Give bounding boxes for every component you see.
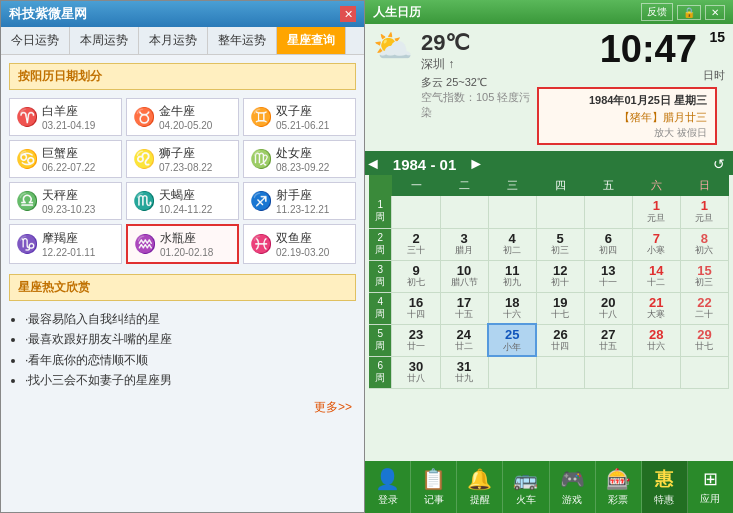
cal-day-14[interactable]: 14十二 (632, 260, 680, 292)
selected-date-box: 1984年01月25日 星期三 【猪年】腊月廿三 放大 祓假日 (537, 87, 717, 145)
cal-day-18[interactable]: 18十六 (488, 292, 536, 324)
col-sat: 六 (632, 175, 680, 196)
tab-zodiac[interactable]: 星座查询 (277, 27, 346, 54)
hot-item-1[interactable]: ·最容易陷入自我纠结的星 (25, 309, 352, 329)
cal-day-31[interactable]: 31廿九 (440, 356, 488, 388)
col-mon: 一 (392, 175, 440, 196)
cal-day-13[interactable]: 13十一 (584, 260, 632, 292)
cal-next-button[interactable]: ► (468, 155, 484, 173)
selected-date-line3: 放大 祓假日 (547, 125, 707, 140)
week-num: 4周 (369, 292, 392, 324)
zodiac-virgo[interactable]: ♍ 处女座 08.23-09.22 (243, 140, 356, 178)
right-close-button[interactable]: ✕ (705, 5, 725, 20)
remind-label: 提醒 (470, 493, 490, 507)
cal-day-12[interactable]: 12初十 (536, 260, 584, 292)
cal-day-30[interactable]: 30廿八 (392, 356, 440, 388)
cal-day-17[interactable]: 17十五 (440, 292, 488, 324)
cal-refresh-button[interactable]: ↺ (713, 156, 725, 172)
bottom-apps[interactable]: ⊞ 应用 (688, 461, 733, 513)
cal-day-26[interactable]: 26廿四 (536, 324, 584, 356)
hot-item-3[interactable]: ·看年底你的恋情顺不顺 (25, 350, 352, 370)
empty-cell (584, 196, 632, 228)
aries-date: 03.21-04.19 (42, 120, 95, 131)
more-link[interactable]: 更多>> (1, 395, 364, 420)
zodiac-scorpio[interactable]: ♏ 天蝎座 10.24-11.22 (126, 182, 239, 220)
bottom-games[interactable]: 🎮 游戏 (550, 461, 596, 513)
hot-item-4[interactable]: ·找小三会不如妻子的星座男 (25, 370, 352, 390)
cal-day-2[interactable]: 2三十 (392, 228, 440, 260)
cal-day-25[interactable]: 25小年 (488, 324, 536, 356)
lock-button[interactable]: 🔒 (677, 5, 701, 20)
cal-day-27[interactable]: 27廿五 (584, 324, 632, 356)
zodiac-aries[interactable]: ♈ 白羊座 03.21-04.19 (9, 98, 122, 136)
empty-cell (488, 356, 536, 388)
lottery-label: 彩票 (608, 493, 628, 507)
zodiac-capricorn[interactable]: ♑ 摩羯座 12.22-01.11 (9, 224, 122, 264)
cal-day-20[interactable]: 20十八 (584, 292, 632, 324)
feedback-button[interactable]: 反馈 (641, 3, 673, 21)
aries-symbol: ♈ (16, 106, 38, 128)
zodiac-taurus[interactable]: ♉ 金牛座 04.20-05.20 (126, 98, 239, 136)
weather-temp: 29℃ (421, 30, 537, 56)
games-label: 游戏 (562, 493, 582, 507)
cal-day-28[interactable]: 28廿六 (632, 324, 680, 356)
aquarius-symbol: ♒ (134, 233, 156, 255)
cal-day-29[interactable]: 29廿七 (680, 324, 728, 356)
weather-aqi: 空气指数：105 轻度污染 (421, 90, 537, 120)
cal-day-11[interactable]: 11初九 (488, 260, 536, 292)
day-number: 15 (709, 29, 725, 45)
gemini-name: 双子座 (276, 103, 329, 120)
tab-year[interactable]: 整年运势 (208, 27, 277, 54)
cal-prev-button[interactable]: ◄ (365, 155, 381, 173)
notes-icon: 📋 (421, 467, 446, 491)
cal-day-8[interactable]: 8初六 (680, 228, 728, 260)
zodiac-sagittarius[interactable]: ♐ 射手座 11.23-12.21 (243, 182, 356, 220)
bottom-remind[interactable]: 🔔 提醒 (457, 461, 503, 513)
tab-today[interactable]: 今日运势 (1, 27, 70, 54)
table-row: 5周 23廿一 24廿二 25小年 26廿四 27廿五 28廿六 29廿七 (369, 324, 729, 356)
cal-day-5[interactable]: 5初三 (536, 228, 584, 260)
cal-day-16[interactable]: 16十四 (392, 292, 440, 324)
cal-day-1sat[interactable]: 1元旦 (632, 196, 680, 228)
cal-day-23[interactable]: 23廿一 (392, 324, 440, 356)
hot-item-2[interactable]: ·最喜欢跟好朋友斗嘴的星座 (25, 329, 352, 349)
cal-day-4[interactable]: 4初二 (488, 228, 536, 260)
right-controls: 反馈 🔒 ✕ (641, 3, 725, 21)
cal-day-15[interactable]: 15初三 (680, 260, 728, 292)
cal-day-21[interactable]: 21大寒 (632, 292, 680, 324)
close-button[interactable]: ✕ (340, 6, 356, 22)
cal-day-19[interactable]: 19十七 (536, 292, 584, 324)
zodiac-gemini[interactable]: ♊ 双子座 05.21-06.21 (243, 98, 356, 136)
zodiac-pisces[interactable]: ♓ 双鱼座 02.19-03.20 (243, 224, 356, 264)
cal-day-6[interactable]: 6初四 (584, 228, 632, 260)
day-label: 日时 (537, 68, 725, 83)
selected-date-line2: 【猪年】腊月廿三 (547, 109, 707, 126)
tab-week[interactable]: 本周运势 (70, 27, 139, 54)
bottom-login[interactable]: 👤 登录 (365, 461, 411, 513)
cal-day-24[interactable]: 24廿二 (440, 324, 488, 356)
cal-day-22[interactable]: 22二十 (680, 292, 728, 324)
cal-day-7[interactable]: 7小寒 (632, 228, 680, 260)
zodiac-leo[interactable]: ♌ 狮子座 07.23-08.22 (126, 140, 239, 178)
bottom-bar: 👤 登录 📋 记事 🔔 提醒 🚌 火车 🎮 游戏 🎰 彩票 惠 特惠 ⊞ (365, 461, 733, 513)
scorpio-date: 10.24-11.22 (159, 204, 212, 215)
specials-label: 特惠 (654, 493, 674, 507)
tab-month[interactable]: 本月运势 (139, 27, 208, 54)
scorpio-symbol: ♏ (133, 190, 155, 212)
zodiac-libra[interactable]: ♎ 天秤座 09.23-10.23 (9, 182, 122, 220)
bottom-lottery[interactable]: 🎰 彩票 (596, 461, 642, 513)
col-wed: 三 (488, 175, 536, 196)
cal-day-3[interactable]: 3腊月 (440, 228, 488, 260)
col-fri: 五 (584, 175, 632, 196)
bottom-notes[interactable]: 📋 记事 (411, 461, 457, 513)
bottom-train[interactable]: 🚌 火车 (503, 461, 549, 513)
zodiac-aquarius[interactable]: ♒ 水瓶座 01.20-02.18 (126, 224, 239, 264)
cancer-name: 巨蟹座 (42, 145, 95, 162)
section-date-header: 按阳历日期划分 (9, 63, 356, 90)
col-sun: 日 (680, 175, 728, 196)
cal-day-1sun[interactable]: 1元旦 (680, 196, 728, 228)
cal-day-9[interactable]: 9初七 (392, 260, 440, 292)
zodiac-cancer[interactable]: ♋ 巨蟹座 06.22-07.22 (9, 140, 122, 178)
cal-day-10[interactable]: 10腊八节 (440, 260, 488, 292)
bottom-specials[interactable]: 惠 特惠 (642, 461, 688, 513)
